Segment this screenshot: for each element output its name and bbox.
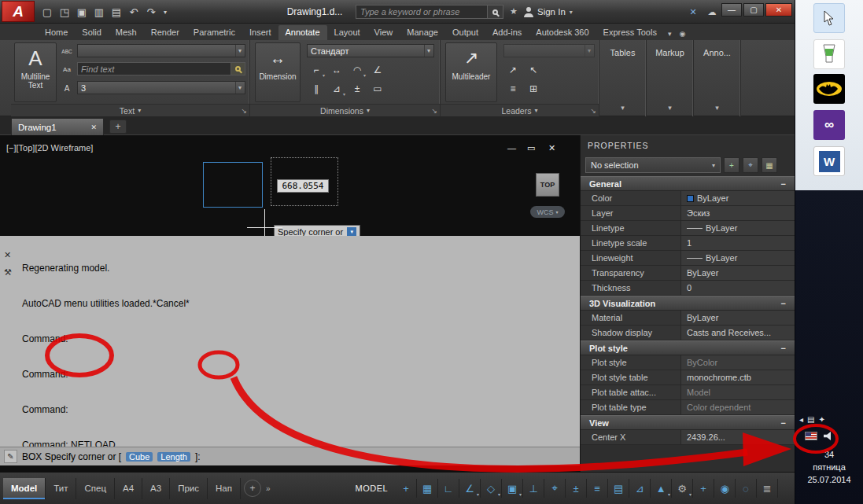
ortho-icon[interactable]: ∟ xyxy=(438,479,459,498)
layout-tab-model[interactable]: Model xyxy=(3,478,46,499)
leader-collect-icon[interactable]: ⊞ xyxy=(524,81,543,97)
keyboard-language-icon[interactable] xyxy=(805,432,817,440)
viewport-controls[interactable]: [−][Top][2D Wireframe] xyxy=(6,143,93,153)
tray-expand-icon[interactable]: ◂ xyxy=(799,415,803,424)
tab-view[interactable]: View xyxy=(367,25,400,40)
leaders-panel-label[interactable]: Leaders ▾ xyxy=(441,104,599,116)
tab-annotate[interactable]: Annotate xyxy=(278,25,327,40)
minimize-button[interactable]: — xyxy=(721,3,742,17)
layout-tab[interactable]: Спец xyxy=(76,478,115,499)
annotation-visibility-icon[interactable]: ▲▾ xyxy=(651,479,672,498)
command-window-close-icon[interactable]: ✕ xyxy=(4,250,11,260)
viewport-close-icon[interactable]: ✕ xyxy=(548,143,555,153)
dim-continue-icon[interactable]: ⊿▾ xyxy=(327,81,346,97)
section-view[interactable]: View − xyxy=(581,415,795,430)
dim-linear-icon[interactable]: ⌐▾ xyxy=(307,62,326,78)
favorites-star-icon[interactable]: ★ xyxy=(510,6,518,17)
search-input[interactable] xyxy=(356,5,488,19)
text-panel-label[interactable]: Text ▾ xyxy=(11,104,249,116)
redo-icon[interactable]: ↷ xyxy=(143,4,159,20)
dynamic-ucs-icon[interactable]: ⌖ xyxy=(544,479,566,498)
leader-add-icon[interactable]: ↗ xyxy=(503,62,522,78)
open-file-icon[interactable]: ◳ xyxy=(57,4,72,20)
close-button[interactable]: ✕ xyxy=(765,3,792,17)
dim-aligned-icon[interactable]: ↔ xyxy=(327,62,346,78)
collapse-icon[interactable]: − xyxy=(781,418,786,428)
tray-display-icon[interactable]: ▤ xyxy=(807,415,814,424)
tab-home[interactable]: Home xyxy=(38,25,75,40)
collapse-icon[interactable]: − xyxy=(781,299,786,308)
sign-in-button[interactable]: Sign In ▾ xyxy=(524,0,573,24)
model-space-label[interactable]: MODEL xyxy=(355,484,388,493)
tab-output[interactable]: Output xyxy=(445,25,485,40)
wcs-menu[interactable]: WCS ▾ xyxy=(530,206,565,218)
property-value[interactable]: ByLayer xyxy=(681,251,795,265)
dim-baseline-icon[interactable]: ∥ xyxy=(307,81,326,97)
maximize-button[interactable]: ▢ xyxy=(743,3,764,17)
desktop-icon-batman[interactable] xyxy=(813,74,845,104)
dim-style-combo[interactable]: Стандарт ▾ xyxy=(307,44,434,57)
viewport-restore-icon[interactable]: ▭ xyxy=(527,143,535,153)
drawing-canvas[interactable]: [−][Top][2D Wireframe] — ▭ ✕ 668.0554 Sp… xyxy=(0,135,580,472)
transparency-icon[interactable]: ▤ xyxy=(608,479,629,498)
pickadd-toggle-icon[interactable]: + xyxy=(724,157,739,173)
panel-markup[interactable]: Markup ▾ xyxy=(647,40,694,116)
tab-render[interactable]: Render xyxy=(144,25,186,40)
tray-shield-icon[interactable]: ✦ xyxy=(818,415,824,424)
print-icon[interactable]: ▤ xyxy=(109,4,124,20)
dim-arc-icon[interactable]: ◠▾ xyxy=(348,62,367,78)
new-tab-button[interactable]: + xyxy=(109,120,127,134)
communication-center-icon[interactable]: ☁ xyxy=(705,6,719,18)
property-value[interactable]: Эскиз xyxy=(681,206,795,220)
property-value[interactable]: 0 xyxy=(681,281,795,295)
section-general[interactable]: General − xyxy=(581,176,795,191)
selection-cycling-icon[interactable]: ⊿ xyxy=(629,479,651,498)
isodraft-icon[interactable]: ◇▾ xyxy=(481,479,502,498)
dim-break-icon[interactable]: ± xyxy=(348,81,367,97)
command-history[interactable]: ✕ ⚒ Regenerating model. AutoCAD menu uti… xyxy=(0,236,580,447)
undo-icon[interactable]: ↶ xyxy=(126,4,142,20)
mleader-style-combo[interactable]: ▾ xyxy=(503,44,595,57)
property-value[interactable]: Casts and Receives... xyxy=(681,326,795,340)
option-length[interactable]: Length xyxy=(157,452,190,462)
otrack-icon[interactable]: ⊥ xyxy=(523,479,544,498)
clean-screen-icon[interactable]: ◉ xyxy=(714,479,736,498)
recent-commands-icon[interactable]: ✎ xyxy=(4,450,17,463)
status-menu-icon[interactable]: ≣ xyxy=(757,479,778,498)
command-input-line[interactable]: ✎ BOX Specify corner or [ Cube Length ]: xyxy=(0,447,580,465)
lineweight-icon[interactable]: ≡ xyxy=(587,479,608,498)
section-3d-visualization[interactable]: 3D Visualization − xyxy=(581,296,795,311)
new-file-icon[interactable]: ▢ xyxy=(39,4,55,20)
selection-combo[interactable]: No selection ▾ xyxy=(585,157,721,173)
property-value[interactable]: monochrome.ctb xyxy=(681,370,795,384)
property-value[interactable]: 2439.26... xyxy=(681,430,795,444)
desktop-icon-cursor[interactable] xyxy=(813,3,845,33)
leader-align-icon[interactable]: ≡ xyxy=(503,81,522,97)
workspace-gear-icon[interactable]: ⚙▾ xyxy=(672,479,693,498)
desktop-icon-visual-studio[interactable]: ∞ xyxy=(813,110,845,140)
file-tab-close-icon[interactable]: ✕ xyxy=(90,123,97,131)
layout-tab[interactable]: А3 xyxy=(142,478,170,499)
tab-addins[interactable]: Add-ins xyxy=(485,25,529,40)
text-panel-launcher-icon[interactable]: ↘ xyxy=(241,107,247,115)
new-layout-button[interactable]: + xyxy=(244,480,261,497)
dimensions-panel-label[interactable]: Dimensions ▾ xyxy=(250,104,440,116)
tab-express-tools[interactable]: Express Tools xyxy=(596,25,664,40)
collapse-icon[interactable]: − xyxy=(781,344,786,353)
property-value[interactable]: ByLayer xyxy=(681,266,795,280)
property-value[interactable]: Color dependent xyxy=(681,400,795,414)
isolate-objects-icon[interactable]: ◌ xyxy=(736,479,757,498)
tab-insert[interactable]: Insert xyxy=(242,25,278,40)
ribbon-state-icon[interactable]: ◉ xyxy=(675,28,689,40)
text-height-combo[interactable]: 3 ▾ xyxy=(77,81,245,94)
layout-tab[interactable]: А4 xyxy=(115,478,142,499)
tab-layout[interactable]: Layout xyxy=(327,25,367,40)
layout-tab[interactable]: Нап xyxy=(208,478,241,499)
qat-dropdown-icon[interactable]: ▾ xyxy=(160,4,170,20)
desktop-icon-drink[interactable] xyxy=(813,39,845,69)
property-value[interactable]: ByLayer xyxy=(681,221,795,235)
tab-mesh[interactable]: Mesh xyxy=(109,25,144,40)
panel-tables[interactable]: Tables ▾ xyxy=(599,40,647,116)
ribbon-options-icon[interactable]: ▾ xyxy=(664,28,676,40)
select-objects-icon[interactable]: ⌖ xyxy=(743,157,758,173)
